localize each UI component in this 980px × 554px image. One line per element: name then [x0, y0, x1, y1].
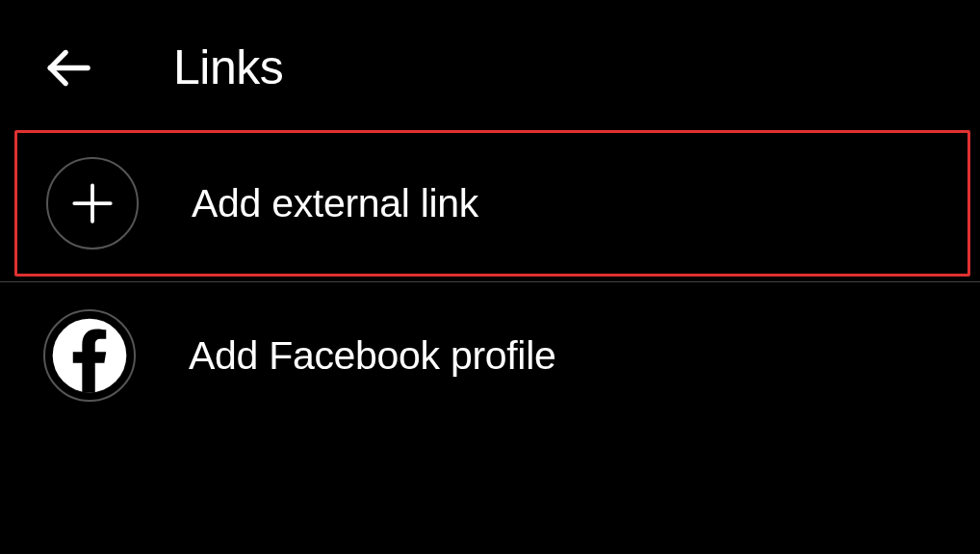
- plus-icon: [68, 179, 116, 227]
- header: Links: [0, 0, 980, 125]
- facebook-icon-circle: [43, 309, 136, 402]
- facebook-icon: [45, 311, 134, 400]
- add-facebook-profile-label: Add Facebook profile: [189, 333, 555, 379]
- page-title: Links: [173, 40, 283, 95]
- back-button[interactable]: [39, 39, 96, 96]
- add-facebook-profile-item[interactable]: Add Facebook profile: [0, 282, 980, 429]
- add-external-link-label: Add external link: [192, 181, 478, 226]
- add-external-link-item[interactable]: Add external link: [14, 130, 970, 277]
- plus-icon-circle: [46, 157, 139, 250]
- arrow-left-icon: [41, 41, 94, 94]
